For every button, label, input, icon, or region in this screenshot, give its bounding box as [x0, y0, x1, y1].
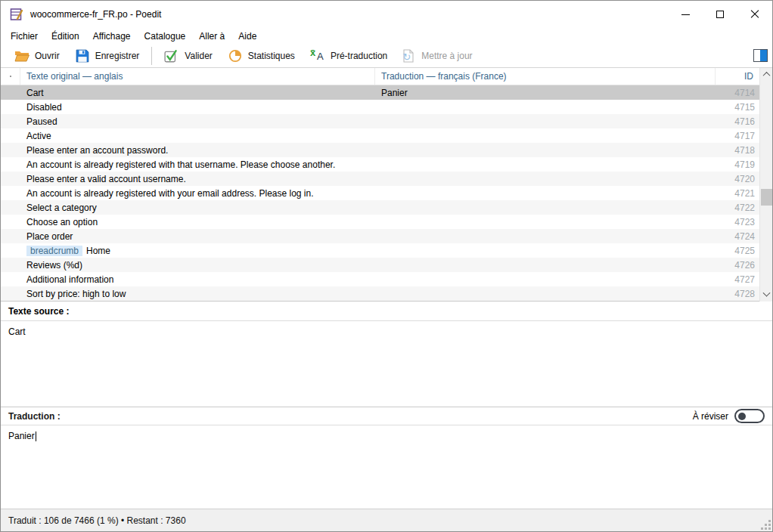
row-id-cell: 4718 — [716, 145, 759, 156]
table-row[interactable]: Please enter an account password.4718 — [1, 143, 772, 157]
row-source-cell: Select a category — [20, 203, 375, 213]
table-row[interactable]: Reviews (%d)4726 — [1, 258, 772, 272]
row-id-cell: 4716 — [716, 116, 759, 127]
row-source-cell: Please enter an account password. — [20, 145, 375, 156]
table-row[interactable]: CartPanier4714 — [1, 85, 772, 100]
translation-input[interactable]: Panier — [1, 425, 772, 509]
toggle-knob — [738, 413, 746, 420]
row-id-cell: 4720 — [716, 174, 759, 184]
scroll-down-button[interactable] — [760, 289, 773, 302]
table-row[interactable]: An account is already registered with yo… — [1, 186, 772, 200]
valider-button[interactable]: Valider — [157, 47, 219, 65]
table-row[interactable]: Paused4716 — [1, 114, 772, 128]
row-id-cell: 4726 — [716, 260, 759, 271]
fuzzy-toggle-switch[interactable] — [734, 409, 765, 423]
mettre-a-jour-label: Mettre à jour — [421, 51, 472, 61]
maximize-icon — [716, 11, 724, 18]
entries-list: CartPanier4714Disabled4715Paused4716Acti… — [1, 85, 772, 301]
table-row[interactable]: Please enter a valid account username.47… — [1, 172, 772, 186]
table-row[interactable]: Place order4724 — [1, 229, 772, 243]
row-id-cell: 4727 — [716, 274, 759, 285]
column-header-status[interactable] — [1, 68, 20, 85]
row-source-cell: Place order — [20, 231, 375, 242]
table-row[interactable]: Active4717 — [1, 128, 772, 143]
source-text-view: Cart — [1, 321, 772, 407]
menu-aller-a[interactable]: Aller à — [192, 29, 231, 43]
valider-label: Valider — [185, 51, 212, 61]
validate-check-icon — [164, 49, 179, 63]
fuzzy-toggle-label: À réviser — [693, 411, 728, 422]
mettre-a-jour-button[interactable]: ↻ Mettre à jour — [395, 47, 480, 65]
fuzzy-toggle-group[interactable]: À réviser — [693, 409, 765, 423]
source-text-value: Cart — [8, 326, 26, 337]
row-source-cell: breadcrumbHome — [20, 246, 375, 256]
enregistrer-label: Enregistrer — [95, 51, 140, 61]
status-text: Traduit : 106 de 7466 (1 %) • Restant : … — [8, 515, 186, 526]
table-row[interactable]: Disabled4715 — [1, 100, 772, 114]
minimize-button[interactable] — [668, 1, 703, 28]
row-source-cell: Please enter a valid account username. — [20, 174, 375, 184]
row-source-cell: Cart — [20, 88, 375, 98]
ouvrir-button[interactable]: Ouvrir — [7, 47, 67, 65]
chevron-up-icon — [763, 72, 771, 79]
grid-header: Texte original — anglais Traduction — fr… — [1, 68, 772, 85]
title-bar: woocommerce-fr_FR.po - Poedit — [1, 1, 772, 28]
statistiques-button[interactable]: Statistiques — [220, 47, 303, 65]
row-id-cell: 4715 — [716, 102, 759, 113]
enregistrer-button[interactable]: Enregistrer — [67, 47, 147, 65]
row-id-cell: 4725 — [716, 246, 759, 256]
row-source-cell: Sort by price: high to low — [20, 289, 375, 299]
pre-traduction-button[interactable]: x̄A Pré-traduction — [303, 47, 395, 65]
vertical-scrollbar[interactable] — [759, 68, 772, 302]
scroll-up-button[interactable] — [760, 68, 773, 81]
row-source-cell: Additional information — [20, 274, 375, 285]
translation-value: Panier — [8, 431, 35, 441]
maximize-button[interactable] — [703, 1, 737, 28]
save-floppy-icon — [75, 49, 90, 63]
window-title: woocommerce-fr_FR.po - Poedit — [30, 9, 668, 20]
row-source-cell: Disabled — [20, 102, 375, 113]
close-button[interactable] — [737, 1, 772, 28]
pie-chart-icon — [228, 49, 243, 63]
status-dot-icon — [10, 76, 11, 77]
poedit-app-icon — [10, 8, 24, 22]
sidebar-toggle-icon[interactable] — [753, 49, 768, 62]
chevron-down-icon — [763, 289, 771, 297]
menu-edition[interactable]: Édition — [45, 29, 86, 43]
ouvrir-label: Ouvrir — [35, 51, 60, 61]
menu-aide[interactable]: Aide — [231, 29, 263, 43]
row-id-cell: 4717 — [716, 131, 759, 141]
pre-traduction-label: Pré-traduction — [331, 51, 387, 61]
row-translation-cell: Panier — [375, 88, 716, 98]
row-id-cell: 4728 — [716, 289, 759, 299]
row-id-cell: 4719 — [716, 159, 759, 170]
toolbar-separator — [151, 47, 152, 65]
row-id-cell: 4723 — [716, 217, 759, 227]
column-header-translation[interactable]: Traduction — français (France) — [375, 68, 716, 85]
open-folder-icon — [14, 49, 29, 63]
entries-grid: Texte original — anglais Traduction — fr… — [1, 67, 772, 301]
source-text-label: Texte source : — [8, 306, 69, 317]
update-refresh-icon: ↻ — [402, 49, 416, 63]
column-header-source[interactable]: Texte original — anglais — [20, 68, 375, 85]
menu-catalogue[interactable]: Catalogue — [138, 29, 193, 43]
poedit-window: woocommerce-fr_FR.po - Poedit Fichier Éd… — [0, 0, 773, 532]
menu-fichier[interactable]: Fichier — [4, 29, 45, 43]
table-row[interactable]: Sort by price: high to low4728 — [1, 286, 772, 301]
close-icon — [750, 10, 759, 19]
table-row[interactable]: Choose an option4723 — [1, 215, 772, 229]
resize-grip[interactable] — [761, 520, 771, 530]
scrollbar-thumb[interactable] — [761, 189, 772, 206]
row-id-cell: 4721 — [716, 188, 759, 199]
row-source-cell: An account is already registered with yo… — [20, 188, 375, 199]
table-row[interactable]: Additional information4727 — [1, 272, 772, 286]
table-row[interactable]: An account is already registered with th… — [1, 157, 772, 172]
row-id-cell: 4714 — [716, 88, 759, 98]
row-source-cell: Active — [20, 131, 375, 141]
menu-affichage[interactable]: Affichage — [86, 29, 138, 43]
status-bar: Traduit : 106 de 7466 (1 %) • Restant : … — [1, 509, 772, 531]
column-header-id[interactable]: ID — [716, 68, 759, 85]
translation-header: Traduction : À réviser — [1, 407, 772, 425]
table-row[interactable]: Select a category4722 — [1, 200, 772, 215]
table-row[interactable]: breadcrumbHome4725 — [1, 243, 772, 258]
